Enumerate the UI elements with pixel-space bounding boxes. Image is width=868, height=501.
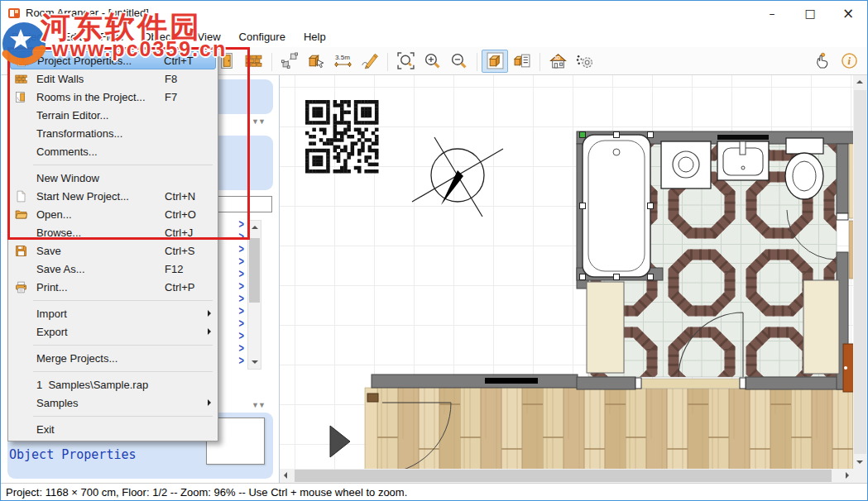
maximize-button[interactable]: □ xyxy=(791,1,829,26)
menubar-item-objects[interactable]: Objects xyxy=(134,27,189,46)
view-3d-icon xyxy=(487,52,504,69)
menu-item-edit-walls[interactable]: Edit Walls F8 xyxy=(10,69,216,88)
toolbar-add-object-button[interactable] xyxy=(303,50,329,73)
menu-item-save[interactable]: Save Ctrl+S xyxy=(10,241,216,260)
menu-item-import[interactable]: Import xyxy=(10,304,216,322)
menu-item-transformations[interactable]: Transformations... xyxy=(10,124,216,142)
menu-item-samples[interactable]: Samples xyxy=(10,394,216,412)
tree-scrollbar[interactable] xyxy=(247,220,261,370)
menubar-item-help[interactable]: Help xyxy=(295,27,335,46)
toolbar-walkthrough-button[interactable] xyxy=(571,50,597,73)
sink[interactable] xyxy=(717,135,769,180)
window-title: Room Arranger - [untitled] xyxy=(26,7,149,19)
scroll-right-icon[interactable] xyxy=(846,472,849,479)
drain xyxy=(613,149,620,155)
menubar-item-project[interactable]: Project xyxy=(2,27,54,46)
submenu-arrow-icon xyxy=(208,310,211,317)
draw-pencil-icon xyxy=(361,52,378,69)
save-icon xyxy=(10,245,31,257)
toolbar-3d-view-button[interactable] xyxy=(482,50,508,73)
scroll-down-icon[interactable] xyxy=(856,460,863,464)
tree-scrollbar-thumb[interactable] xyxy=(249,238,260,303)
bathtub[interactable] xyxy=(583,135,650,277)
toolbar-zoom-window-button[interactable] xyxy=(392,50,419,73)
menu-item-project-properties[interactable]: Project Properties... Ctrl+T xyxy=(10,51,216,69)
toolbar-spacer[interactable] xyxy=(597,50,809,73)
status-bar: Project: 1168 × 700 cm, Floor: 1/2 -- Zo… xyxy=(1,483,867,500)
toolbar-3d-home-button[interactable]: 3D xyxy=(544,50,571,73)
collapse-panel-icon[interactable]: ▼▼ xyxy=(252,117,265,126)
toolbar-zoom-in-button[interactable] xyxy=(419,50,445,73)
toolbar-select-button[interactable] xyxy=(276,50,303,73)
toolbar-about-button[interactable]: i xyxy=(836,50,862,73)
plan-canvas[interactable] xyxy=(280,75,867,483)
compass-rose[interactable] xyxy=(412,137,503,217)
zoom-window-icon xyxy=(397,52,415,69)
minimize-button[interactable]: – xyxy=(753,1,791,26)
menu-item-open[interactable]: Open... Ctrl+O xyxy=(10,205,216,223)
rooms-icon xyxy=(10,91,31,103)
menubar: ProjectEditFloorObjectsViewConfigureHelp xyxy=(1,26,867,47)
toolbar-3d-objects-button[interactable] xyxy=(508,50,535,73)
menu-item-comments[interactable]: Comments... xyxy=(10,142,216,160)
vertical-scrollbar[interactable] xyxy=(853,75,867,469)
toolbar-hand-button[interactable] xyxy=(809,50,836,73)
window-bar[interactable] xyxy=(485,378,538,384)
menu-item-rooms-in-project[interactable]: Rooms in the Project... F7 xyxy=(10,88,216,106)
svg-text:3D: 3D xyxy=(554,55,559,60)
vertical-scrollbar-thumb[interactable] xyxy=(854,90,866,454)
menu-item-recent-file-1[interactable]: 1 Samples\Sample.rap xyxy=(10,375,216,394)
mirror-bar xyxy=(717,135,769,140)
toolbar-walls-button[interactable] xyxy=(240,50,266,73)
faucet xyxy=(740,141,746,155)
qr-code[interactable] xyxy=(305,100,379,174)
toolbar-measure-button[interactable]: 3.5m xyxy=(329,50,356,73)
toilet[interactable] xyxy=(785,138,823,199)
app-window: Room Arranger - [untitled] – □ × Project… xyxy=(0,0,868,501)
menu-item-print[interactable]: Print... Ctrl+P xyxy=(10,278,216,296)
menu-item-start-new-project[interactable]: Start New Project... Ctrl+N xyxy=(10,187,216,205)
selection-handle-rotate[interactable] xyxy=(580,132,586,138)
bathroom[interactable] xyxy=(577,131,853,392)
menu-item-browse[interactable]: Browse... Ctrl+J xyxy=(10,223,216,241)
scroll-left-icon[interactable] xyxy=(284,472,287,479)
menubar-item-view[interactable]: View xyxy=(189,27,230,46)
walkthrough-icon xyxy=(576,52,593,69)
collapse-panel-icon-2[interactable]: ▼▼ xyxy=(252,401,265,409)
door-knob xyxy=(844,366,847,370)
horizontal-scrollbar-thumb[interactable] xyxy=(295,470,832,482)
horizontal-scrollbar[interactable] xyxy=(280,469,853,483)
wall[interactable] xyxy=(372,375,578,388)
folder-open-icon xyxy=(10,208,31,221)
status-text: Project: 1168 × 700 cm, Floor: 1/2 -- Zo… xyxy=(6,486,407,499)
plan-viewport[interactable] xyxy=(280,75,853,469)
printer-icon xyxy=(10,281,31,293)
washing-machine[interactable] xyxy=(661,141,711,188)
menu-item-save-as[interactable]: Save As... F12 xyxy=(10,260,216,278)
hand-icon xyxy=(814,52,832,69)
tree-item[interactable]: > xyxy=(218,355,247,367)
toolbar-zoom-out-button[interactable] xyxy=(445,50,472,73)
object-properties-title: Object Properties xyxy=(9,447,137,462)
menubar-item-edit[interactable]: Edit xyxy=(54,27,90,46)
titlebar: Room Arranger - [untitled] – □ × xyxy=(1,1,867,26)
door-icon xyxy=(218,52,236,69)
chevron-right-icon: > xyxy=(239,352,244,369)
menu-item-terrain-editor[interactable]: Terrain Editor... xyxy=(10,106,216,124)
menu-item-export[interactable]: Export xyxy=(10,322,216,341)
cabinet[interactable] xyxy=(587,282,624,373)
menubar-item-floor[interactable]: Floor xyxy=(91,27,134,46)
wood-floor[interactable] xyxy=(377,388,853,469)
menubar-item-configure[interactable]: Configure xyxy=(230,27,295,46)
scroll-up-icon[interactable] xyxy=(856,80,863,84)
floor-plan xyxy=(280,75,853,469)
menu-item-new-window[interactable]: New Window xyxy=(10,169,216,187)
menu-item-merge-projects[interactable]: Merge Projects... xyxy=(10,349,216,367)
scroll-up-icon[interactable] xyxy=(252,226,258,229)
menu-item-exit[interactable]: Exit xyxy=(10,420,216,438)
close-button[interactable]: × xyxy=(829,1,867,26)
submenu-arrow-icon xyxy=(208,328,211,335)
toolbar-draw-button[interactable] xyxy=(356,50,382,73)
cabinet[interactable] xyxy=(803,280,839,374)
scroll-down-icon[interactable] xyxy=(252,360,258,364)
